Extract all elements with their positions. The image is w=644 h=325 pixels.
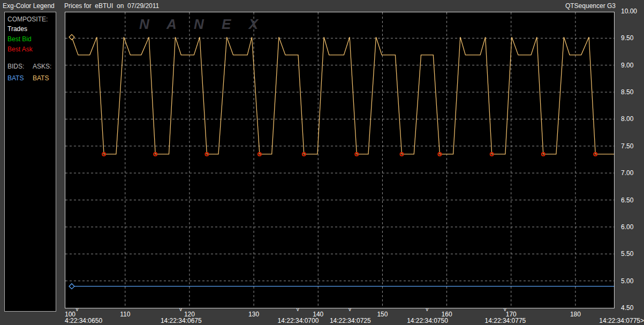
y-axis-label: 7.50 — [621, 142, 633, 150]
time-tick-marker: v — [76, 307, 79, 312]
best-ask-line — [72, 37, 614, 154]
y-axis-label: 8.00 — [621, 115, 633, 123]
chart-canvas: N A N E X — [65, 12, 614, 308]
qtsequencer-window: Exg-Color Legend Prices for eBTUI on 07/… — [0, 0, 644, 325]
bats-bid-label: BATS — [7, 74, 24, 82]
composite-label: COMPOSITE: — [7, 16, 48, 23]
timestamp-labels: 4:22:34:065014:22:34:067514:22:34:070014… — [65, 317, 644, 324]
bids-label: BIDS: — [7, 63, 24, 70]
y-axis-label: 6.50 — [621, 196, 633, 204]
app-title: QTSequencer G3 — [565, 2, 616, 10]
legend-item-best-bid: Best Bid — [7, 35, 32, 43]
bats-ask-label: BATS — [33, 74, 49, 82]
y-axis-label: 10.00 — [621, 7, 637, 15]
legend-item-trades: Trades — [7, 25, 27, 33]
time-tick-marker: v — [504, 307, 506, 312]
chart-title: Prices for eBTUI on 07/29/2011 — [64, 2, 159, 10]
legend-item-best-ask: Best Ask — [7, 46, 33, 53]
y-axis-label: 5.50 — [621, 250, 633, 258]
nanex-watermark: N A N E X — [139, 16, 265, 32]
ask-series-start-diamond — [69, 34, 74, 40]
y-axis-label: 5.00 — [621, 277, 633, 285]
timestamp-label: 14:22:34:0675 — [149, 317, 213, 324]
time-tick-marker: v — [179, 307, 182, 312]
asks-label: ASKS: — [33, 63, 51, 70]
y-axis-label: 6.00 — [621, 223, 633, 231]
time-tick-markers: vvvvvv — [65, 307, 615, 312]
timestamp-label: 14:22:34:0750 — [396, 317, 460, 324]
time-tick-marker: v — [297, 307, 299, 312]
y-axis-label: 8.50 — [621, 88, 633, 96]
time-tick-marker: v — [426, 307, 429, 312]
timestamp-label: 4:22:34:0650 — [65, 317, 129, 324]
price-chart-plot-area[interactable]: N A N E X — [65, 12, 615, 308]
y-axis-labels: 10.009.509.008.508.007.507.006.506.005.5… — [621, 12, 644, 308]
bid-series-start-diamond — [69, 284, 74, 289]
time-tick-marker: v — [348, 307, 351, 312]
y-axis-label: 7.00 — [621, 169, 633, 177]
legend-panel-title: Exg-Color Legend — [3, 2, 55, 10]
exchange-color-legend: COMPOSITE: TradesBest BidBest Ask BIDS: … — [4, 12, 56, 312]
y-axis-label: 9.50 — [621, 34, 633, 42]
y-axis-label: 4.50 — [621, 304, 633, 312]
y-axis-label: 9.00 — [621, 62, 633, 69]
timestamp-label: 14:22:34:0775 — [473, 317, 537, 324]
timestamp-label: 14:22:34:0775> — [580, 317, 644, 324]
timestamp-label: 14:22:34:0725 — [318, 317, 382, 324]
